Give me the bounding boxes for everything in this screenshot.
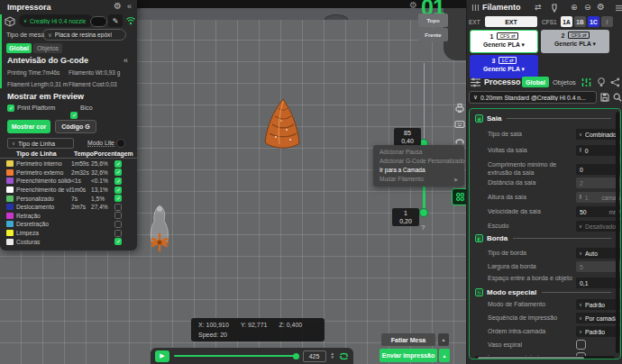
playback-stepper[interactable]: ▲▼ bbox=[331, 352, 334, 359]
save-preset-icon[interactable] bbox=[600, 93, 609, 102]
material-dropdown[interactable]: Generic PLA ▾ bbox=[471, 41, 537, 49]
slot-button-empty[interactable]: / bbox=[601, 16, 613, 27]
intra-layer-order-dropdown[interactable]: ∨Padrão bbox=[576, 326, 621, 337]
layer-slider-track[interactable] bbox=[424, 63, 425, 143]
panel-menu-icon[interactable] bbox=[616, 5, 622, 12]
spiral-vase-checkbox[interactable] bbox=[576, 340, 586, 350]
tab-global[interactable]: Global bbox=[6, 43, 32, 53]
send-print-button[interactable]: Enviar impressão bbox=[380, 349, 437, 362]
tab-objects[interactable]: Objetos bbox=[33, 43, 62, 53]
nozzle-tool-icon[interactable] bbox=[550, 4, 559, 13]
line-visible-checkbox[interactable] bbox=[114, 168, 122, 176]
gcode-button[interactable]: Código G bbox=[55, 120, 96, 133]
view-cube-front[interactable]: Frente bbox=[418, 28, 448, 41]
sliced-model-preview[interactable] bbox=[261, 97, 303, 153]
skirt-height-stepper[interactable]: ▲▼1camadas bbox=[576, 192, 621, 203]
menu-item-change-filament[interactable]: Mudar Filamento▶ bbox=[373, 175, 464, 184]
process-preset-dropdown[interactable]: ∨ 0.20mm Standard @Creality Hi 0.4 n... bbox=[469, 91, 597, 104]
skirt-loops-stepper[interactable]: ▲▼0 bbox=[576, 145, 621, 156]
keyboard-grid-icon[interactable] bbox=[453, 118, 466, 131]
layer-slider-help[interactable]: ? bbox=[421, 223, 425, 232]
skirt-min-length-input[interactable]: 0 bbox=[576, 164, 621, 175]
view-cube-top[interactable]: Topo bbox=[418, 14, 448, 27]
line-visible-checkbox[interactable] bbox=[114, 212, 122, 219]
line-visible-checkbox[interactable] bbox=[114, 187, 122, 194]
show-color-button[interactable]: Mostrar cor bbox=[7, 120, 50, 133]
brim-width-input[interactable]: 5 bbox=[576, 261, 621, 272]
playback-slider[interactable] bbox=[174, 355, 298, 357]
filament-card-3[interactable]: 31C ⇄ Generic PLA ▾ bbox=[470, 55, 538, 78]
playback-value[interactable]: 425 bbox=[303, 350, 326, 362]
layer-slider-bottom-handle[interactable] bbox=[419, 208, 428, 217]
playback-slider-handle[interactable] bbox=[293, 353, 299, 359]
play-button[interactable]: ▶ bbox=[155, 350, 169, 362]
view-cube[interactable]: Topo Frente bbox=[418, 14, 448, 42]
menu-item-add-pause[interactable]: Adicionar Pausa bbox=[373, 148, 464, 157]
filament-cost-stat: Filament Cost:0,03 bbox=[69, 81, 117, 87]
plate-gear-icon[interactable]: ⚙ bbox=[409, 0, 417, 10]
remove-filament-icon[interactable]: ⊖ bbox=[584, 3, 591, 12]
process-tab-global[interactable]: Global bbox=[522, 77, 549, 87]
section-special-mode[interactable]: ↻ Modo especial bbox=[470, 288, 618, 296]
playback-bar: ▶ 425 ▲▼ bbox=[151, 348, 353, 364]
line-visible-checkbox[interactable] bbox=[114, 238, 122, 245]
ext-slot-button[interactable]: EXT bbox=[485, 16, 537, 27]
line-visible-checkbox[interactable] bbox=[114, 160, 122, 168]
menu-item-add-gcode[interactable]: Adicionar G-Code Personalizado bbox=[373, 157, 464, 166]
printer-tool-icon[interactable] bbox=[453, 102, 466, 114]
line-color-swatch bbox=[6, 169, 14, 176]
printing-time-stat: Printing Time:7m46s bbox=[7, 69, 59, 76]
material-dropdown[interactable]: Generic PLA ▾ bbox=[541, 41, 609, 48]
print-sequence-dropdown[interactable]: ∨Por camada bbox=[576, 313, 621, 323]
slot-button-1b[interactable]: 1B bbox=[574, 16, 586, 27]
process-tab-objects[interactable]: Objetos bbox=[553, 78, 576, 86]
nozzle-checkbox[interactable] bbox=[70, 112, 78, 119]
collapse-panel-icon[interactable]: « bbox=[127, 2, 132, 11]
bulb-icon[interactable] bbox=[597, 77, 606, 87]
sync-filament-icon[interactable]: ⇄ bbox=[535, 3, 542, 12]
bed-type-dropdown[interactable]: ∨ Placa de resina epóxi bbox=[42, 29, 126, 41]
search-preset-icon[interactable] bbox=[613, 93, 622, 102]
line-visible-checkbox[interactable] bbox=[114, 177, 122, 185]
brim-type-dropdown[interactable]: ∨Auto bbox=[576, 248, 621, 259]
loop-icon[interactable] bbox=[339, 351, 349, 361]
settings-horizontal-scrollbar[interactable] bbox=[475, 356, 615, 359]
section-skirt[interactable]: ▣ Saia bbox=[470, 114, 618, 123]
filament-card-1[interactable]: 1CFS ⇄ Generic PLA ▾ bbox=[470, 30, 538, 53]
settings-vertical-scrollbar[interactable] bbox=[616, 112, 619, 353]
slicing-mode-dropdown[interactable]: ∨Padrão bbox=[576, 299, 621, 310]
brim-gap-input[interactable]: 0,1 bbox=[576, 278, 621, 288]
filament-card-2[interactable]: 2CFS ⇄ Generic PLA ▾ bbox=[541, 30, 609, 53]
send-options-caret[interactable]: ▲ bbox=[439, 349, 450, 362]
section-brim[interactable]: ◧ Borda bbox=[470, 234, 618, 242]
printer-select-dropdown[interactable]: ∨ Creality Hi 0.4 nozzle bbox=[19, 14, 93, 27]
collapse-gcode-icon[interactable]: « bbox=[123, 56, 128, 65]
printer-settings-gear-icon[interactable]: ⚙ bbox=[114, 1, 122, 11]
menu-item-go-to-layer[interactable]: Ir para a Camada bbox=[373, 166, 464, 175]
lite-mode-toggle[interactable] bbox=[116, 139, 125, 148]
filament-settings-gear-icon[interactable]: ⚙ bbox=[597, 2, 605, 12]
slot-button-1c[interactable]: 1C bbox=[588, 16, 599, 27]
line-visible-checkbox[interactable] bbox=[114, 195, 122, 202]
slice-plate-button[interactable]: Fatiar Mesa bbox=[381, 333, 435, 346]
ghost-model[interactable] bbox=[142, 204, 177, 252]
line-visible-checkbox[interactable] bbox=[114, 221, 122, 228]
printer-toggle-oval[interactable] bbox=[90, 16, 107, 27]
line-visible-checkbox[interactable] bbox=[114, 230, 122, 237]
add-filament-icon[interactable]: ⊕ bbox=[571, 3, 578, 12]
parameter-grid-icon[interactable] bbox=[581, 77, 591, 87]
edit-printer-button[interactable]: ✎ bbox=[108, 14, 123, 27]
wifi-icon[interactable] bbox=[125, 15, 136, 26]
skirt-distance-input[interactable]: 2 bbox=[576, 177, 621, 188]
line-type-label: Desretração bbox=[16, 221, 71, 227]
line-type-filter-dropdown[interactable]: ∨ Tipo de Linha bbox=[7, 138, 74, 149]
slice-options-caret[interactable]: ▲ bbox=[438, 333, 449, 346]
material-dropdown[interactable]: Generic PLA ▾ bbox=[470, 66, 538, 73]
shield-dropdown[interactable]: ∨Desativado bbox=[576, 221, 621, 232]
share-icon[interactable] bbox=[610, 77, 620, 87]
slot-button-1a[interactable]: 1A bbox=[561, 16, 572, 27]
print-platform-checkbox[interactable] bbox=[7, 105, 14, 112]
line-visible-checkbox[interactable] bbox=[114, 204, 122, 211]
skirt-speed-input[interactable]: 50mm/s bbox=[576, 206, 621, 217]
skirt-type-dropdown[interactable]: ∨Combinado bbox=[576, 129, 621, 140]
